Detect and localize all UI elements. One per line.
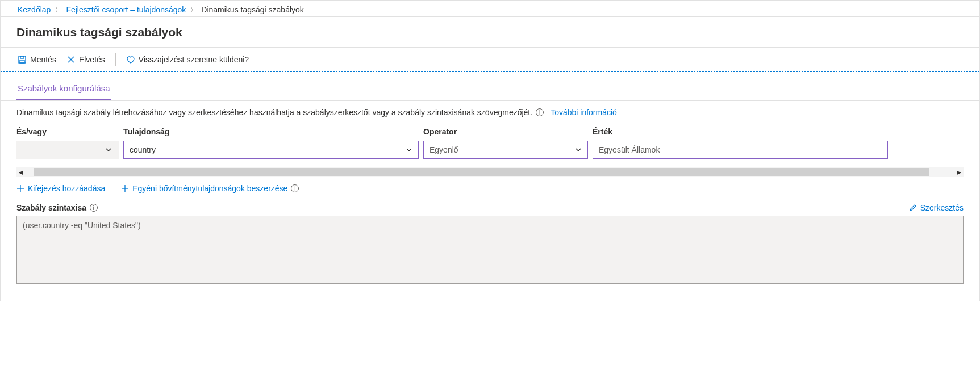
col-header-andor: És/vagy — [16, 127, 119, 136]
plus-icon — [121, 184, 129, 192]
feedback-label: Visszajelzést szeretne küldeni? — [139, 55, 249, 64]
chevron-down-icon — [575, 146, 582, 153]
more-info-link[interactable]: További információ — [551, 108, 617, 117]
scroll-left-arrow[interactable]: ◀ — [16, 167, 26, 177]
property-value: country — [130, 145, 402, 154]
chevron-right-icon: 〉 — [55, 6, 61, 14]
value-text: Egyesült Államok — [599, 145, 660, 154]
chevron-down-icon — [406, 146, 412, 153]
col-header-property: Tulajdonság — [123, 127, 419, 136]
add-row: Kifejezés hozzáadása Egyéni bővítménytul… — [1, 180, 979, 203]
svg-rect-4 — [20, 60, 24, 63]
save-label: Mentés — [30, 55, 56, 64]
page-title: Dinamikus tagsági szabályok — [16, 26, 961, 39]
custom-ext-label: Egyéni bővítménytulajdonságok beszerzése — [132, 184, 287, 193]
col-header-value: Érték — [593, 127, 888, 136]
info-icon[interactable]: i — [291, 184, 299, 192]
description-text: Dinamikus tagsági szabály létrehozásához… — [16, 108, 532, 117]
andor-dropdown[interactable] — [16, 141, 119, 159]
chevron-down-icon — [105, 146, 112, 153]
value-input[interactable]: Egyesült Államok — [593, 141, 888, 159]
save-button[interactable]: Mentés — [18, 55, 56, 64]
close-button[interactable] — [961, 23, 968, 41]
breadcrumb-home[interactable]: Kezdőlap — [18, 5, 51, 14]
tabs: Szabályok konfigurálása — [1, 72, 979, 101]
toolbar-divider — [115, 53, 116, 66]
breadcrumb-current: Dinamikus tagsági szabályok — [201, 5, 304, 14]
custom-ext-link[interactable]: Egyéni bővítménytulajdonságok beszerzése… — [121, 184, 299, 193]
toolbar: Mentés Elvetés Visszajelzést szeretne kü… — [1, 48, 979, 72]
breadcrumb: Kezdőlap 〉 Fejlesztői csoport – tulajdon… — [1, 1, 979, 17]
title-row: Dinamikus tagsági szabályok — [1, 17, 979, 48]
add-expression-link[interactable]: Kifejezés hozzáadása — [16, 184, 105, 193]
info-icon[interactable]: i — [536, 108, 544, 116]
discard-label: Elvetés — [79, 55, 105, 64]
scroll-right-arrow[interactable]: ▶ — [954, 167, 964, 177]
info-icon[interactable]: i — [90, 204, 98, 212]
property-dropdown[interactable]: country — [123, 141, 419, 159]
syntax-label: Szabály szintaxisa — [16, 203, 86, 212]
discard-button[interactable]: Elvetés — [66, 55, 105, 64]
pencil-icon — [909, 204, 917, 212]
rule-row: country Egyenlő Egyesült Államok — [16, 141, 964, 159]
svg-rect-3 — [20, 56, 24, 58]
syntax-header: Szabály szintaxisa i Szerkesztés — [1, 203, 979, 216]
operator-value: Egyenlő — [429, 145, 572, 154]
description-row: Dinamikus tagsági szabály létrehozásához… — [1, 101, 979, 127]
col-header-operator: Operator — [423, 127, 588, 136]
scroll-thumb[interactable] — [34, 168, 929, 176]
breadcrumb-group[interactable]: Fejlesztői csoport – tulajdonságok — [66, 5, 186, 14]
tab-configure-rules[interactable]: Szabályok konfigurálása — [16, 79, 111, 100]
edit-syntax-link[interactable]: Szerkesztés — [909, 203, 964, 212]
add-expression-label: Kifejezés hozzáadása — [28, 184, 105, 193]
chevron-right-icon: 〉 — [190, 6, 197, 14]
edit-label: Szerkesztés — [920, 203, 964, 212]
horizontal-scrollbar[interactable]: ◀ ▶ — [16, 167, 964, 177]
feedback-button[interactable]: Visszajelzést szeretne küldeni? — [126, 55, 249, 64]
rule-builder: És/vagy Tulajdonság Operator Érték count… — [1, 127, 979, 163]
plus-icon — [16, 184, 24, 192]
syntax-value: (user.country -eq "United States") — [23, 221, 141, 230]
operator-dropdown[interactable]: Egyenlő — [423, 141, 588, 159]
syntax-textarea[interactable]: (user.country -eq "United States") — [16, 216, 964, 284]
